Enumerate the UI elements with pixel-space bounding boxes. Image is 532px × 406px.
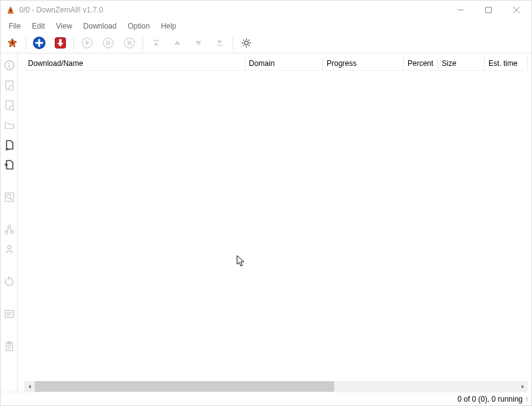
svg-point-37 [6,195,11,199]
scroll-right-icon[interactable] [517,381,528,392]
svg-line-26 [249,40,250,41]
log-icon[interactable] [4,308,15,320]
side-toolbar: i [1,53,18,392]
download-list-panel: Download/Name Domain Progress Percent Si… [18,53,531,392]
menu-edit[interactable]: Edit [26,21,50,32]
window-title: 0/0 - DownZemAll! v1.7.0 [19,6,446,14]
rename-icon[interactable] [4,139,15,150]
page-info-icon[interactable]: i [4,80,15,91]
play-button[interactable] [77,34,98,52]
wizard-button[interactable] [2,34,23,52]
scroll-thumb[interactable] [35,381,334,392]
minimize-button[interactable] [446,1,474,19]
main-toolbar [1,33,531,53]
share-icon[interactable] [4,224,15,235]
scroll-track[interactable] [35,381,517,392]
page-search-icon[interactable] [4,99,15,111]
svg-line-25 [243,45,245,47]
download-button[interactable] [50,34,71,52]
move-up-button[interactable] [167,34,188,52]
svg-point-10 [103,38,113,48]
move-top-button[interactable] [146,34,167,52]
svg-text:i: i [11,86,11,90]
rename-target-icon[interactable] [4,159,15,170]
move-down-button[interactable] [188,34,209,52]
app-icon [6,5,16,15]
col-download-name[interactable]: Download/Name [24,57,245,70]
resize-grip-icon[interactable]: ⁞⁞ [525,395,528,402]
menu-bar: File Edit View Download Option Help [1,19,531,33]
horizontal-scrollbar[interactable] [24,381,528,392]
menu-file[interactable]: File [3,21,26,32]
col-domain[interactable]: Domain [245,57,323,70]
maximize-button[interactable] [474,1,502,19]
menu-help[interactable]: Help [156,21,182,32]
menu-view[interactable]: View [50,21,78,32]
col-est-time[interactable]: Est. time [485,57,528,70]
window-controls [446,1,530,19]
svg-point-42 [7,246,11,249]
toolbar-separator [142,36,143,50]
col-percent[interactable]: Percent [404,57,438,70]
stop-button[interactable] [119,34,140,52]
move-bottom-button[interactable] [209,34,230,52]
menu-download[interactable]: Download [78,21,122,32]
add-button[interactable] [29,34,50,52]
scroll-left-icon[interactable] [24,381,35,392]
menu-option[interactable]: Option [122,21,155,32]
toolbar-separator [73,36,74,50]
refresh-icon[interactable] [4,276,15,287]
svg-point-18 [245,41,248,45]
svg-point-0 [9,9,12,12]
toolbar-separator [26,36,26,50]
svg-rect-2 [485,7,491,13]
col-progress[interactable]: Progress [323,57,404,70]
peer-icon[interactable] [4,244,15,255]
svg-line-38 [10,198,12,200]
col-size[interactable]: Size [438,57,485,70]
pause-button[interactable] [98,34,119,52]
info-icon[interactable] [4,60,15,71]
toolbar-separator [233,36,233,50]
table-header: Download/Name Domain Progress Percent Si… [24,57,528,71]
folder-icon[interactable] [4,119,15,131]
svg-line-23 [243,40,245,41]
status-text: 0 of 0 (0), 0 running [457,395,523,404]
find-icon[interactable] [4,191,15,203]
table-body[interactable] [24,71,528,381]
clipboard-icon[interactable] [4,341,15,352]
settings-button[interactable] [236,34,257,52]
svg-line-24 [249,45,250,47]
svg-point-34 [9,106,13,109]
svg-line-35 [12,109,14,111]
title-bar: 0/0 - DownZemAll! v1.7.0 [1,1,531,19]
svg-rect-12 [109,41,110,45]
close-button[interactable] [502,1,530,19]
status-bar: 0 of 0 (0), 0 running ⁞⁞ [1,392,531,405]
svg-rect-11 [106,41,108,45]
svg-point-28 [8,63,9,64]
